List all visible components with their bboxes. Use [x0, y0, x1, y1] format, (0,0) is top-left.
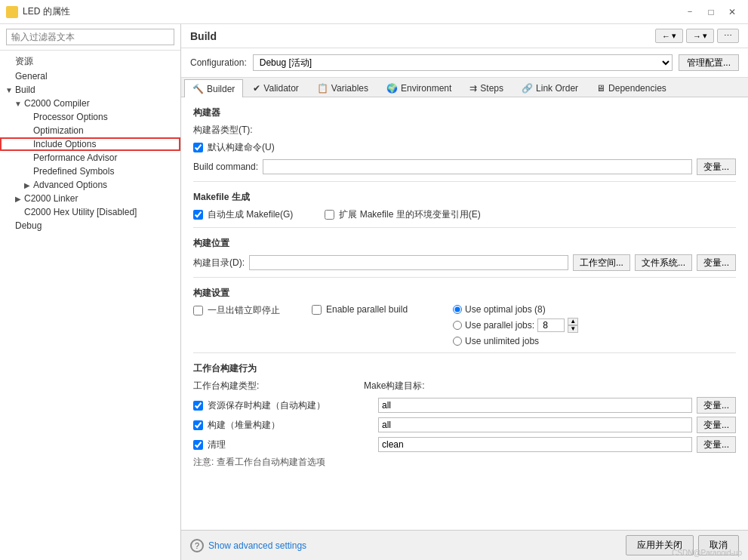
search-input[interactable]	[6, 29, 174, 45]
sidebar-item-label-performance-advisor: Performance Advisor	[32, 152, 180, 163]
tab-variables[interactable]: 📋Variables	[309, 79, 377, 97]
section-settings: 构建设置	[193, 287, 736, 300]
spinner-up-button[interactable]: ▲	[568, 318, 578, 325]
window-icon	[6, 6, 18, 18]
workspace-row-checkbox-2[interactable]	[193, 440, 203, 450]
sidebar-item-predefined-symbols[interactable]: Predefined Symbols	[0, 165, 180, 178]
stop-on-error-checkbox[interactable]	[193, 306, 203, 315]
sidebar-item-build[interactable]: ▼Build	[0, 83, 180, 97]
titlebar-buttons: － □ ✕	[680, 4, 742, 20]
workspace-row-checkbox-1[interactable]	[193, 420, 203, 430]
tab-dependencies[interactable]: 🖥Dependencies	[588, 79, 675, 97]
maximize-button[interactable]: □	[701, 4, 721, 20]
auto-makefile-checkbox[interactable]	[193, 210, 203, 220]
tree-arrow-resources	[5, 57, 14, 66]
build-command-input[interactable]: ${CCS_UTILS_DIR}/bin/gmake -k	[263, 159, 692, 174]
makefile-options-row: 自动生成 Makefile(G) 扩展 Makefile 里的环境变量引用(E)	[193, 208, 736, 221]
parallel-jobs-radio[interactable]	[453, 321, 462, 330]
parallel-build-row: Enable parallel build	[312, 304, 408, 315]
sidebar-item-optimization[interactable]: Optimization	[0, 124, 180, 137]
optimal-jobs-radio[interactable]	[453, 305, 462, 314]
workspace-rows: 资源保存时构建（自动构建）变量...构建（堆量构建）变量...清理变量...	[193, 397, 736, 453]
sidebar-item-advanced-options[interactable]: ▶Advanced Options	[0, 178, 180, 192]
section-makefile: Makefile 生成	[193, 191, 736, 204]
unlimited-jobs-label: Use unlimited jobs	[465, 336, 539, 346]
tab-label-steps: Steps	[480, 83, 503, 94]
sidebar-item-c2000-hex-utility[interactable]: C2000 Hex Utility [Disabled]	[0, 205, 180, 219]
config-label: Configuration:	[190, 57, 247, 68]
filesystem-button[interactable]: 文件系统...	[635, 254, 692, 271]
optimal-jobs-row: Use optimal jobs (8)	[453, 304, 578, 315]
workspace-row-input-2[interactable]	[378, 437, 692, 452]
workspace-row-checkbox-0[interactable]	[193, 401, 203, 411]
sidebar-item-debug[interactable]: Debug	[0, 219, 180, 232]
parallel-build-checkbox[interactable]	[312, 305, 322, 315]
sidebar-item-label-c2000-linker: C2000 Linker	[23, 193, 180, 204]
section-workspace: 工作台构建行为	[193, 362, 736, 375]
workspace-row-2: 清理变量...	[193, 436, 736, 453]
parallel-jobs-input[interactable]	[537, 318, 565, 332]
sidebar-item-general[interactable]: General	[0, 69, 180, 83]
workspace-row-btn-0[interactable]: 变量...	[697, 397, 736, 414]
workspace-row-label-1: 构建（堆量构建）	[208, 419, 374, 432]
tree-arrow-include-options	[23, 140, 32, 149]
build-dir-var-button[interactable]: 变量...	[697, 254, 736, 271]
build-command-var-button[interactable]: 变量...	[697, 158, 736, 175]
build-type-row: 构建器类型(T):	[193, 124, 736, 137]
tab-icon-link-order: 🔗	[522, 83, 533, 94]
help-icon[interactable]: ?	[190, 539, 204, 552]
bottom-bar: ? Show advanced settings 应用并关闭 取消	[181, 530, 748, 560]
configuration-select[interactable]: Debug [活动]	[253, 54, 673, 71]
sidebar-item-label-c2000-compiler: C2000 Compiler	[23, 98, 180, 109]
sidebar-item-processor-options[interactable]: Processor Options	[0, 110, 180, 124]
tab-validator[interactable]: ✔Validator	[245, 79, 306, 97]
tab-builder[interactable]: 🔨Builder	[184, 79, 243, 97]
nav-back-icon: ←	[662, 32, 670, 41]
show-advanced-label: Show advanced settings	[208, 540, 306, 551]
sidebar-item-performance-advisor[interactable]: Performance Advisor	[0, 151, 180, 165]
content-header: Build ←▾ →▾ ⋯	[181, 24, 748, 48]
workspace-row-input-1[interactable]	[378, 417, 692, 432]
tree-arrow-processor-options	[23, 112, 32, 122]
sidebar-item-label-predefined-symbols: Predefined Symbols	[32, 166, 180, 177]
tab-steps[interactable]: ⇉Steps	[461, 79, 512, 97]
note-label: 注意: 查看工作台自动构建首选项	[193, 456, 325, 469]
spinner-down-button[interactable]: ▼	[568, 325, 578, 333]
workspace-row-btn-1[interactable]: 变量...	[697, 417, 736, 433]
workspace-button[interactable]: 工作空间...	[573, 254, 630, 271]
build-dir-input[interactable]: ${workspace_loc:/LED}/Debug	[249, 255, 568, 270]
sidebar-search-area	[0, 24, 180, 51]
sidebar-item-include-options[interactable]: Include Options	[0, 137, 180, 151]
build-command-label: Build command:	[193, 162, 258, 172]
sidebar-item-label-advanced-options: Advanced Options	[32, 180, 180, 190]
nav-back-button[interactable]: ←▾	[655, 29, 683, 43]
note-row: 注意: 查看工作台自动构建首选项	[193, 456, 736, 472]
manage-config-button[interactable]: 管理配置...	[679, 54, 739, 71]
nav-more-button[interactable]: ⋯	[717, 29, 739, 43]
tab-label-link-order: Link Order	[536, 83, 578, 94]
expand-env-checkbox[interactable]	[325, 210, 334, 220]
tab-label-dependencies: Dependencies	[608, 83, 666, 94]
tree-arrow-optimization	[23, 126, 32, 135]
sidebar-item-c2000-compiler[interactable]: ▼C2000 Compiler	[0, 97, 180, 110]
minimize-button[interactable]: －	[680, 4, 700, 20]
workspace-row-btn-2[interactable]: 变量...	[697, 436, 736, 453]
build-target-header: 工作台构建类型: Make构建目标:	[193, 380, 736, 392]
tab-environment[interactable]: 🌍Environment	[378, 79, 460, 97]
section-location: 构建位置	[193, 237, 736, 250]
tab-link-order[interactable]: 🔗Link Order	[513, 79, 586, 97]
close-button[interactable]: ✕	[722, 4, 742, 20]
workspace-row-label-2: 清理	[208, 438, 374, 451]
tab-icon-dependencies: 🖥	[596, 83, 605, 94]
default-cmd-checkbox[interactable]	[193, 143, 203, 152]
tree-arrow-predefined-symbols	[23, 167, 32, 176]
workspace-row-input-0[interactable]	[378, 398, 692, 413]
left-checks: 一旦出错立即停止	[193, 304, 280, 317]
unlimited-jobs-radio[interactable]	[453, 337, 462, 346]
show-advanced-link[interactable]: Show advanced settings	[208, 540, 306, 551]
sidebar-item-resources[interactable]: 资源	[0, 54, 180, 69]
divider-1	[193, 181, 736, 182]
sidebar-item-label-debug: Debug	[14, 220, 180, 231]
sidebar-item-c2000-linker[interactable]: ▶C2000 Linker	[0, 192, 180, 205]
nav-forward-button[interactable]: →▾	[686, 29, 714, 43]
